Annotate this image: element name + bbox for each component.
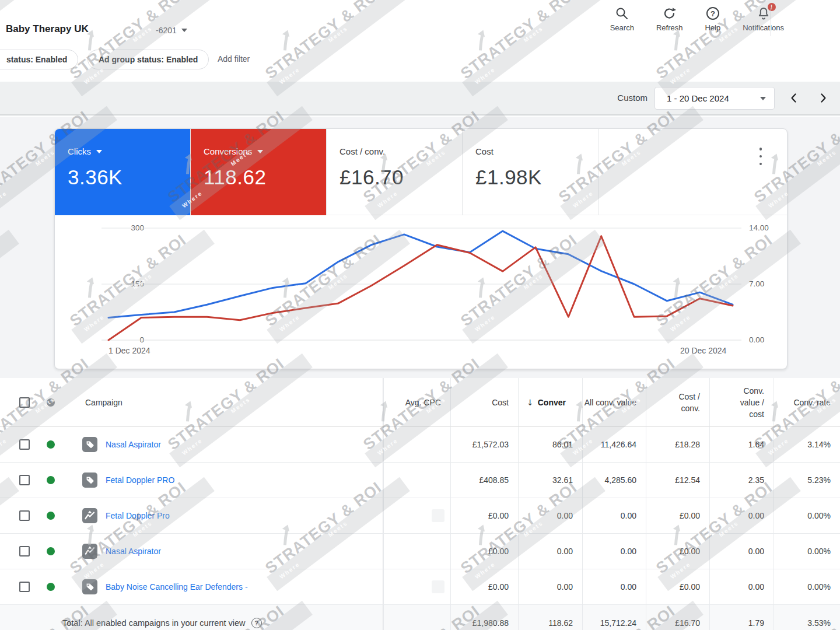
campaign-link[interactable]: Fetal Doppler PRO (106, 475, 174, 485)
campaign-link[interactable]: Baby Noise Cancelling Ear Defenders - (106, 582, 248, 592)
column-header-campaign: Campaign (85, 398, 123, 407)
previous-period-button[interactable] (786, 90, 802, 106)
scorecard-cost-per-conv[interactable]: Cost / conv. £16.70 (327, 129, 463, 215)
scorecard-clicks[interactable]: Clicks 3.36K (55, 129, 191, 215)
conv-value-cost-cell: 2.35 (709, 463, 774, 498)
chevron-down-icon (760, 97, 766, 100)
shopping-tag-icon (82, 473, 97, 488)
refresh-icon (662, 6, 677, 21)
search-button[interactable]: Search (610, 6, 634, 32)
column-header-all-conv-value[interactable]: All conv. value (582, 378, 646, 426)
scorecard-cost[interactable]: Cost £1.98K (463, 129, 598, 215)
header-divider (771, 8, 771, 36)
scorecard-conversions[interactable]: Conversions 118.62 (191, 129, 327, 215)
filter-bar: status: Enabled Ad group status: Enabled… (0, 44, 840, 82)
row-checkbox[interactable] (19, 510, 30, 521)
campaign-link[interactable]: Fetal Doppler Pro (106, 511, 170, 520)
chevron-right-icon (817, 92, 829, 104)
table-row: Fetal Doppler Pro £0.00 0.00 0.00 £0.00 … (0, 498, 840, 534)
table-row: Nasal Aspirator £0.00 0.00 0.00 £0.00 0.… (0, 534, 840, 569)
right-axis-tick: 0.00 (749, 335, 764, 344)
row-checkbox[interactable] (19, 439, 30, 450)
conversions-cell: 0.00 (518, 534, 582, 569)
line-chart-svg (102, 215, 743, 358)
row-checkbox[interactable] (19, 546, 30, 556)
avg-cpc-cell (383, 534, 450, 569)
performance-max-icon (82, 544, 97, 559)
conversions-cell: 0.00 (518, 498, 582, 533)
refresh-label: Refresh (656, 23, 683, 32)
chevron-left-icon (788, 92, 800, 104)
cost-cell: £0.00 (450, 569, 518, 604)
status-enabled-dot (47, 440, 55, 449)
bell-icon: ! (756, 6, 771, 21)
row-checkbox[interactable] (19, 582, 30, 592)
campaign-link[interactable]: Nasal Aspirator (106, 440, 161, 449)
help-icon[interactable]: ? (251, 618, 262, 628)
account-id-dropdown[interactable]: -6201 (156, 26, 187, 35)
row-checkbox[interactable] (19, 475, 30, 485)
campaign-cell: Fetal Doppler Pro (0, 498, 383, 533)
notifications-button[interactable]: ! Notifications (743, 6, 784, 32)
sort-descending-icon: ↓ (527, 398, 534, 407)
table-row: Baby Noise Cancelling Ear Defenders - £0… (0, 569, 840, 605)
column-header-cost[interactable]: Cost (450, 378, 518, 426)
date-range-picker[interactable]: 1 - 20 Dec 2024 (654, 87, 775, 110)
conv-rate-cell: 0.00% (774, 569, 840, 604)
chart-options-menu[interactable] (755, 148, 766, 165)
all-conv-value-cell: 11,426.64 (582, 427, 646, 462)
conv-rate-cell: 0.00% (774, 498, 840, 533)
top-nav-icons: Search Refresh ? Help ! Notifications (610, 6, 784, 32)
all-conv-value-cell: 0.00 (582, 534, 646, 569)
campaign-cell: Fetal Doppler PRO (0, 463, 383, 498)
total-all-conv-value-cell: 15,712.24 (582, 605, 646, 630)
column-header-conv-rate[interactable]: Conv. rate (774, 378, 840, 426)
scorecard-label: Cost (475, 146, 494, 156)
series-clicks (108, 231, 733, 317)
shopping-tag-icon (82, 579, 97, 594)
filter-chip-campaign-status[interactable]: status: Enabled (0, 50, 78, 69)
total-cost-cell: £1,980.88 (450, 605, 518, 630)
conv-value-cost-cell: 0.00 (709, 498, 774, 533)
total-label-cell: Total: All enabled campaigns in your cur… (0, 605, 383, 630)
cost-cell: £0.00 (450, 498, 518, 533)
table-row: Fetal Doppler PRO £408.85 32.61 4,285.60… (0, 463, 840, 498)
table-total-row: Total: All enabled campaigns in your cur… (0, 605, 840, 630)
campaign-table: Campaign Avg. CPC Cost ↓ Conver All conv… (0, 378, 840, 630)
google-ads-campaigns-page: Baby Therapy UK -6201 Search Refresh ? (0, 0, 840, 630)
filter-chip-label: Ad group status: Enabled (99, 55, 198, 64)
conv-value-cost-cell: 1.64 (709, 427, 774, 462)
campaign-header-cell: Campaign (0, 378, 383, 426)
scorecard-value: 118.62 (204, 166, 326, 189)
select-all-checkbox[interactable] (19, 397, 30, 408)
campaign-cell: Baby Noise Cancelling Ear Defenders - (0, 569, 383, 604)
column-header-conversions[interactable]: ↓ Conver (518, 378, 582, 426)
filter-chip-adgroup-status[interactable]: Ad group status: Enabled (88, 50, 209, 69)
cost-per-conv-cell: £0.00 (646, 498, 709, 533)
column-header-avg-cpc[interactable]: Avg. CPC (383, 378, 450, 426)
cost-per-conv-cell: £0.00 (646, 569, 709, 604)
total-conversions-cell: 118.62 (518, 605, 582, 630)
chevron-down-icon (257, 150, 263, 153)
filter-chip-label: status: Enabled (6, 55, 67, 64)
search-icon (614, 6, 629, 21)
account-id-label: -6201 (156, 26, 177, 35)
shopping-tag-icon (82, 437, 97, 452)
column-header-conv-value-cost[interactable]: Conv. value / cost (709, 378, 774, 426)
campaign-cell: Nasal Aspirator (0, 427, 383, 462)
cost-cell: £408.85 (450, 463, 518, 498)
avg-cpc-cell (383, 427, 450, 462)
next-period-button[interactable] (816, 90, 831, 106)
svg-text:?: ? (710, 9, 715, 18)
account-name: Baby Therapy UK (6, 23, 89, 35)
chevron-down-icon (96, 150, 102, 153)
help-label: Help (705, 23, 720, 32)
help-button[interactable]: ? Help (705, 6, 720, 32)
cost-cell: £1,572.03 (450, 427, 518, 462)
campaign-link[interactable]: Nasal Aspirator (106, 547, 161, 556)
scorecard-label: Conversions (204, 146, 252, 156)
scorecard-row: Clicks 3.36K Conversions 118.62 Cost / c… (55, 129, 787, 215)
refresh-button[interactable]: Refresh (656, 6, 683, 32)
add-filter-button[interactable]: Add filter (218, 54, 250, 64)
column-header-cost-per-conv[interactable]: Cost / conv. (646, 378, 709, 426)
